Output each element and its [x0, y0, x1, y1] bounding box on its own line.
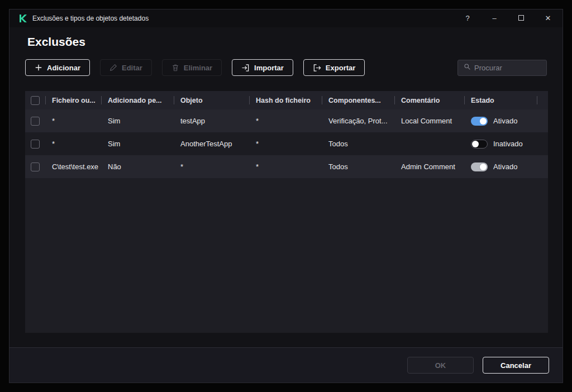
close-button[interactable]: ✕ [544, 14, 552, 23]
column-header-file[interactable]: Ficheiro ou... [45, 91, 101, 109]
cancel-button[interactable]: Cancelar [483, 357, 549, 374]
pencil-icon [109, 64, 117, 71]
edit-button-label: Editar [122, 64, 142, 72]
column-header-hash[interactable]: Hash do ficheiro [249, 91, 322, 109]
titlebar: Exclusões e tipos de objetos detetados ?… [9, 9, 563, 27]
window-controls: ? – ✕ [463, 14, 552, 23]
row-checkbox-cell [25, 132, 45, 155]
cell-hash: * [249, 109, 322, 132]
export-button[interactable]: Exportar [303, 59, 365, 76]
export-button-label: Exportar [326, 64, 355, 72]
cell-components: Todos [322, 132, 394, 155]
trash-icon [171, 64, 179, 71]
state-toggle[interactable] [471, 162, 488, 171]
cell-hash: * [249, 132, 322, 155]
cell-state: Ativado [464, 155, 537, 178]
import-button-label: Importar [254, 64, 284, 72]
row-checkbox-cell [25, 109, 45, 132]
toolbar: Adicionar Editar Eliminar Importar Expor [25, 59, 547, 77]
cell-components: Verificação, Prot... [322, 109, 394, 132]
minimize-button[interactable]: – [490, 14, 499, 23]
import-icon [241, 64, 250, 72]
table-row[interactable]: * Sim AnotherTestApp * Todos Inativado [25, 132, 548, 155]
table-row[interactable]: * Sim testApp * Verificação, Prot... Loc… [25, 109, 548, 132]
column-header-components[interactable]: Componentes... [322, 91, 394, 109]
exclusions-table: Ficheiro ou... Adicionado pe... Objeto H… [25, 91, 548, 333]
maximize-icon [518, 15, 524, 21]
cell-file: C\test\test.exe [45, 155, 101, 178]
toggle-knob [480, 118, 487, 125]
row-checkbox[interactable] [31, 162, 40, 171]
state-toggle[interactable] [471, 117, 488, 126]
ok-button[interactable]: OK [407, 357, 474, 374]
table-empty-area [25, 178, 548, 333]
cell-object: testApp [174, 109, 249, 132]
add-button[interactable]: Adicionar [25, 59, 90, 76]
dialog-footer: OK Cancelar [9, 347, 563, 383]
cell-added: Não [101, 155, 174, 178]
cell-components: Todos [322, 155, 394, 178]
row-checkbox[interactable] [31, 117, 40, 126]
export-icon [313, 64, 321, 72]
column-header-state[interactable]: Estado [464, 91, 537, 109]
cell-stub [537, 155, 548, 178]
column-header-stub [537, 91, 548, 109]
delete-button-label: Eliminar [184, 64, 212, 72]
cell-file: * [45, 109, 101, 132]
cell-object: * [174, 155, 249, 178]
kaspersky-logo-icon [18, 14, 27, 23]
cell-file: * [45, 132, 101, 155]
import-button[interactable]: Importar [232, 59, 293, 76]
state-label: Ativado [493, 117, 517, 125]
state-toggle[interactable] [471, 140, 488, 149]
cell-comment [394, 132, 464, 155]
table-header-row: Ficheiro ou... Adicionado pe... Objeto H… [25, 91, 548, 109]
cell-state: Inativado [464, 132, 537, 155]
toggle-knob [480, 164, 487, 170]
plus-icon [35, 64, 42, 71]
cell-stub [537, 132, 548, 155]
row-checkbox-cell [25, 155, 45, 178]
add-button-label: Adicionar [47, 64, 80, 72]
toggle-knob [472, 141, 479, 147]
table-row[interactable]: C\test\test.exe Não * * Todos Admin Comm… [25, 155, 548, 178]
maximize-button[interactable] [517, 14, 526, 23]
column-header-added[interactable]: Adicionado pe... [101, 91, 174, 109]
cell-added: Sim [101, 132, 174, 155]
cell-added: Sim [101, 109, 174, 132]
help-button[interactable]: ? [463, 14, 472, 23]
cell-comment: Admin Comment [394, 155, 464, 178]
state-label: Inativado [493, 140, 523, 148]
cell-hash: * [249, 155, 322, 178]
search-input[interactable] [474, 64, 541, 72]
select-all-checkbox[interactable] [31, 96, 40, 105]
column-header-object[interactable]: Objeto [174, 91, 249, 109]
search-icon [464, 63, 471, 73]
page-title: Exclusões [9, 27, 563, 51]
cell-stub [537, 109, 548, 132]
window-title: Exclusões e tipos de objetos detetados [32, 15, 149, 22]
cell-state: Ativado [464, 109, 537, 132]
cell-comment: Local Comment [394, 109, 464, 132]
state-label: Ativado [493, 162, 517, 171]
dialog-window: Exclusões e tipos de objetos detetados ?… [9, 9, 563, 383]
search-box[interactable] [457, 60, 547, 76]
column-header-comment[interactable]: Comentário [394, 91, 464, 109]
delete-button[interactable]: Eliminar [162, 59, 222, 76]
cell-object: AnotherTestApp [174, 132, 249, 155]
row-checkbox[interactable] [31, 140, 40, 149]
edit-button[interactable]: Editar [100, 59, 152, 76]
select-all-cell [25, 91, 45, 109]
